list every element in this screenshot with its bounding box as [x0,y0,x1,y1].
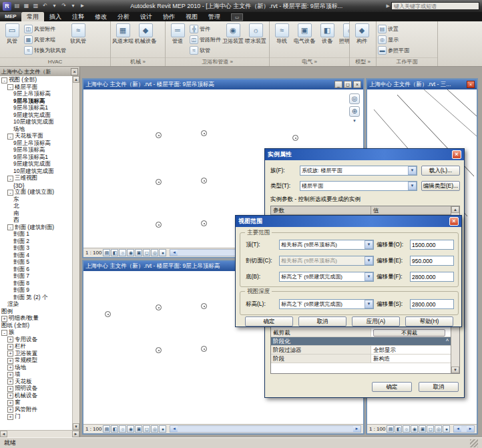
tree-item[interactable]: +风管附件 [0,407,72,414]
steering-wheel-icon[interactable]: ◎ [349,93,360,104]
tree-item[interactable]: 9层吊顶标高 [0,98,72,105]
reveal-hidden-icon[interactable]: ● [159,249,166,256]
tree-item[interactable]: 9层吊顶标高1 [0,105,72,112]
collapse-icon[interactable]: - [1,77,7,83]
cancel-button[interactable]: 取消 [298,316,346,326]
tree-item[interactable]: {3D} [0,182,72,190]
reveal-hidden-icon[interactable]: ● [159,425,166,433]
scrollbar-track[interactable] [178,426,353,432]
expand-icon[interactable]: + [7,372,13,378]
model-graphics-icon[interactable]: ◧ [111,425,118,433]
ribbon-item-convert-flex-duct[interactable]: ≈转换为软风管 [24,45,66,55]
ribbon-item-wire[interactable]: ≈导线 [271,23,292,44]
crop-region-icon[interactable]: ▣ [419,425,426,433]
chevron-down-icon[interactable]: ▼ [365,240,373,249]
level-select[interactable]: 标高之下 (9层建筑完成面) ▼ [279,299,374,309]
open-icon[interactable]: ▤ [13,2,21,11]
save-icon[interactable]: ▦ [22,2,31,11]
ribbon-item-duct[interactable]: ▭风管 [1,23,23,44]
expand-icon[interactable]: + [7,379,13,385]
scroll-left-icon[interactable]: ◄ [170,250,178,256]
chevron-down-icon[interactable]: ▼ [365,300,373,308]
toolbar-extra-icon[interactable]: ▭ [231,13,243,21]
tree-item[interactable]: 剖面 7 [0,273,72,280]
search-input[interactable] [391,2,479,10]
revit-logo-icon[interactable]: R [3,2,11,11]
collapse-icon[interactable]: ^ [446,337,449,345]
window-titlebar[interactable]: 上海中心 主文件（新）.rvt - 三... × [367,79,477,89]
top-offset-input[interactable] [410,240,454,250]
expand-icon[interactable]: + [7,358,13,364]
tree-item[interactable]: 剖面 第 (2) 个 [0,294,72,302]
tree-item[interactable]: +专用设备 [0,337,72,344]
tree-item[interactable]: 9层建筑完成面 [0,112,72,120]
close-icon[interactable]: × [452,150,461,159]
browser-horizontal-scrollbar[interactable]: ◄ ► [0,430,79,437]
tree-item[interactable]: 剖面 4 [0,252,72,260]
ribbon-item-flex-duct[interactable]: ≈软风管 [67,23,89,44]
modify-arrow-icon[interactable]: ► [78,2,87,11]
crop-region-icon[interactable]: ▣ [135,249,142,256]
scroll-down-icon[interactable]: ▼ [451,367,459,373]
tree-item[interactable]: +明细表/数量 [0,315,72,322]
expand-icon[interactable]: + [7,344,13,350]
value-button[interactable]: 不剪裁 [373,329,445,337]
crop-region-icon[interactable]: ▣ [135,425,142,433]
dialog-titlebar[interactable]: 视图范围 × [236,216,461,227]
tree-item[interactable]: 图例 [0,308,72,316]
expand-icon[interactable]: + [7,337,13,343]
expand-icon[interactable]: + [7,414,13,420]
undo-icon[interactable]: ↶ [41,2,49,11]
reveal-hidden-icon[interactable]: ● [443,425,450,433]
chevron-down-icon[interactable]: ▼ [352,119,356,123]
top-constraint-select[interactable]: 相关标高 (9层吊顶标高) ▼ [279,240,374,250]
scroll-right-icon[interactable]: ► [72,431,79,437]
detail-level-icon[interactable]: ▤ [103,425,110,433]
tree-item[interactable]: +常规模型 [0,357,72,365]
redo-icon[interactable]: ↷ [59,2,68,11]
tree-item[interactable]: 9层吊顶标高1 [0,154,72,162]
show-crop-icon[interactable]: ◻ [143,425,150,433]
tree-item[interactable]: -立面 (建筑立面) [0,189,72,196]
restore-icon[interactable]: ◻ [344,81,352,88]
cut-offset-input[interactable] [410,256,454,266]
expand-icon[interactable]: + [7,386,13,392]
tab-view[interactable]: 视图 [180,12,203,21]
shadows-icon[interactable]: ☼ [119,425,126,433]
model-graphics-icon[interactable]: ◧ [111,249,118,256]
bottom-offset-input[interactable] [410,272,454,282]
model-graphics-icon[interactable]: ◧ [395,425,402,433]
tree-item[interactable]: +卫浴装置 [0,351,72,358]
project-browser-titlebar[interactable]: 上海中心 主文件（新 × [0,67,79,76]
render-icon[interactable]: ◉ [127,249,134,256]
help-button[interactable]: 帮助(H) [405,316,453,326]
edit-type-button[interactable]: 编辑类型(E)... [421,181,460,191]
infocenter-arrow-icon[interactable]: ▶ [387,3,390,9]
expand-icon[interactable]: + [7,351,13,357]
chevron-down-icon[interactable]: ▼ [408,166,417,175]
tree-item[interactable]: 图纸 (全部) [0,322,72,330]
collapse-icon[interactable]: - [7,190,13,196]
tree-item[interactable]: 剖面 3 [0,245,72,252]
parameter-group-row[interactable]: 阶段化^ [271,337,451,346]
detail-level-icon[interactable]: ▤ [387,425,394,433]
scale-control[interactable]: 1 : 100 [85,250,101,256]
window-titlebar[interactable]: 上海中心 主文件（新）.rvt - 楼层平面: 9层吊顶标高 _ ◻ × [83,79,363,89]
tab-analyze[interactable]: 分析 [112,12,135,21]
tree-item[interactable]: 10层建筑完成面 [0,119,72,126]
expand-icon[interactable]: + [7,400,13,406]
bottom-constraint-select[interactable]: 标高之下 (9层建筑完成面) ▼ [279,272,374,282]
tab-insert[interactable]: 插入 [44,12,67,21]
scale-control[interactable]: 1 : 100 [369,426,385,432]
collapse-icon[interactable]: - [7,84,13,90]
ok-button[interactable]: 确定 [245,316,293,326]
ribbon-item-duct-terminal[interactable]: ▦风管末端 [24,35,66,45]
tree-item[interactable]: -剖面 (建筑剖面) [0,224,72,232]
render-icon[interactable]: ◉ [127,425,134,433]
application-menu-button[interactable]: MEP [0,12,21,21]
tree-item[interactable]: 场地 [0,126,72,134]
horizontal-scrollbar[interactable]: ◄ ► [453,425,475,433]
tab-modify[interactable]: 修改 [89,12,112,21]
temporary-hide-icon[interactable]: ◎ [435,425,442,433]
close-icon[interactable]: × [71,68,78,75]
